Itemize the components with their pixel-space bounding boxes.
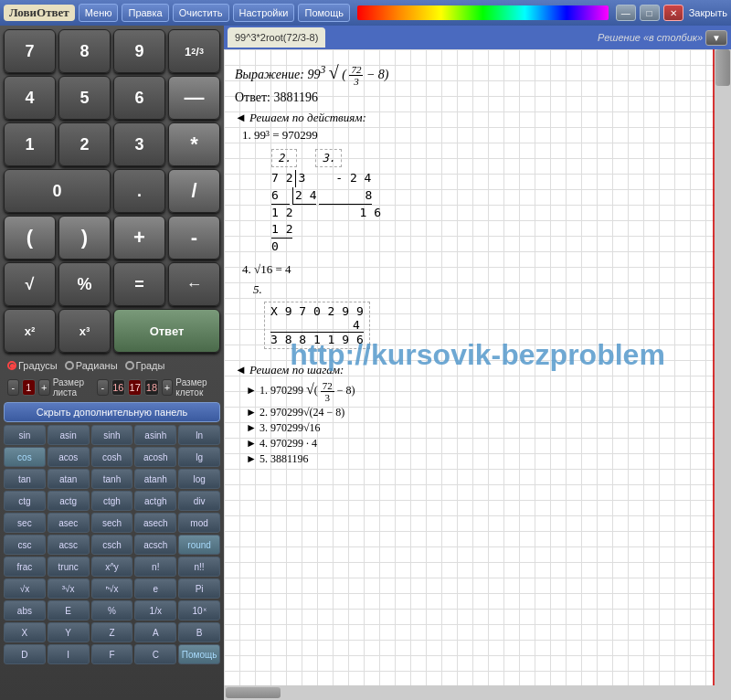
func-I[interactable]: I: [48, 644, 90, 664]
func-mod[interactable]: mod: [178, 513, 220, 533]
minimize-button[interactable]: —: [616, 5, 636, 21]
btn-1[interactable]: 1: [4, 122, 56, 166]
maximize-button[interactable]: □: [640, 5, 660, 21]
btn-percent[interactable]: %: [58, 262, 111, 306]
func-log[interactable]: log: [178, 469, 220, 489]
func-F[interactable]: F: [91, 644, 133, 664]
func-inv[interactable]: 1/x: [134, 600, 176, 620]
func-X[interactable]: X: [4, 622, 46, 642]
help-button[interactable]: Помощь: [298, 4, 350, 22]
btn-6[interactable]: 6: [113, 76, 165, 120]
main-tab[interactable]: 99^3*2root(72/3-8): [228, 27, 325, 48]
func-Z[interactable]: Z: [91, 622, 133, 642]
btn-x3[interactable]: x³: [58, 309, 111, 353]
func-atan[interactable]: atan: [48, 469, 90, 489]
func-ctgh[interactable]: ctgh: [91, 491, 133, 511]
radians-option[interactable]: Радианы: [65, 360, 118, 371]
cell-plus-btn[interactable]: +: [162, 379, 174, 396]
degrees-option[interactable]: Градусы: [7, 360, 58, 371]
hide-panel-button[interactable]: Скрыть дополнительную панель: [4, 402, 220, 422]
btn-sqrt[interactable]: √: [4, 262, 56, 306]
func-sin[interactable]: sin: [4, 425, 46, 445]
func-trunc[interactable]: trunc: [48, 557, 90, 577]
func-lg[interactable]: lg: [178, 447, 220, 467]
func-B[interactable]: B: [178, 622, 220, 642]
func-fact[interactable]: n!: [134, 557, 176, 577]
func-C[interactable]: C: [134, 644, 176, 664]
func-actg[interactable]: actg: [48, 491, 90, 511]
func-csc[interactable]: csc: [4, 535, 46, 555]
func-ln[interactable]: ln: [178, 425, 220, 445]
func-frac[interactable]: frac: [4, 557, 46, 577]
func-asec[interactable]: asec: [48, 513, 90, 533]
btn-minus[interactable]: -: [168, 216, 220, 260]
func-acsc[interactable]: acsc: [48, 535, 90, 555]
func-acsch[interactable]: acsch: [134, 535, 176, 555]
bottom-scrollbar[interactable]: [224, 685, 731, 700]
btn-dot[interactable]: .: [113, 169, 165, 213]
edit-button[interactable]: Правка: [122, 4, 168, 22]
func-sech[interactable]: sech: [91, 513, 133, 533]
func-abs[interactable]: abs: [4, 600, 46, 620]
radians-radio[interactable]: [65, 361, 74, 370]
scroll-area[interactable]: [715, 49, 731, 685]
cell-minus-btn[interactable]: -: [97, 379, 109, 396]
btn-9[interactable]: 9: [113, 29, 165, 73]
func-atanh[interactable]: atanh: [134, 469, 176, 489]
func-D[interactable]: D: [4, 644, 46, 664]
func-xpowy[interactable]: x^y: [91, 557, 133, 577]
btn-4[interactable]: 4: [4, 76, 56, 120]
btn-plus[interactable]: +: [113, 216, 165, 260]
func-acos[interactable]: acos: [48, 447, 90, 467]
func-dfact[interactable]: n!!: [178, 557, 220, 577]
grads-option[interactable]: Грады: [125, 360, 165, 371]
func-acosh[interactable]: acosh: [134, 447, 176, 467]
func-pct[interactable]: %: [91, 600, 133, 620]
settings-button[interactable]: Настройки: [233, 4, 295, 22]
menu-button[interactable]: Меню: [79, 4, 119, 22]
func-div[interactable]: div: [178, 491, 220, 511]
btn-equals[interactable]: =: [113, 262, 165, 306]
clear-button[interactable]: Очистить: [173, 4, 229, 22]
func-A[interactable]: A: [134, 622, 176, 642]
func-sqrtx[interactable]: √x: [4, 578, 46, 599]
func-sinh[interactable]: sinh: [91, 425, 133, 445]
func-Y[interactable]: Y: [48, 622, 90, 642]
sheet-minus-btn[interactable]: -: [7, 379, 19, 396]
func-pi[interactable]: Pi: [178, 578, 220, 599]
btn-5[interactable]: 5: [58, 76, 111, 120]
func-tan[interactable]: tan: [4, 469, 46, 489]
solution-dropdown-btn[interactable]: ▼: [705, 30, 727, 46]
func-bigE[interactable]: E: [48, 600, 90, 620]
btn-mul[interactable]: *: [168, 122, 220, 166]
func-tanh[interactable]: tanh: [91, 469, 133, 489]
btn-answer[interactable]: Ответ: [113, 309, 220, 353]
btn-x2[interactable]: x²: [4, 309, 56, 353]
func-nrtx[interactable]: ⁿ√x: [91, 578, 133, 599]
func-ctg[interactable]: ctg: [4, 491, 46, 511]
btn-mixed[interactable]: 12/3: [168, 29, 220, 73]
func-asinh[interactable]: asinh: [134, 425, 176, 445]
func-asech[interactable]: asech: [134, 513, 176, 533]
btn-0[interactable]: 0: [4, 169, 111, 213]
btn-3[interactable]: 3: [113, 122, 165, 166]
func-help[interactable]: Помощь: [178, 644, 220, 664]
func-cbrtx[interactable]: ³√x: [48, 578, 90, 599]
bottom-scroll-thumb[interactable]: [226, 687, 281, 698]
btn-rparen[interactable]: ): [58, 216, 111, 260]
btn-7[interactable]: 7: [4, 29, 56, 73]
btn-2[interactable]: 2: [58, 122, 111, 166]
sheet-plus-btn[interactable]: +: [38, 379, 50, 396]
func-e[interactable]: e: [134, 578, 176, 599]
func-csch[interactable]: csch: [91, 535, 133, 555]
func-10x[interactable]: 10ˣ: [178, 600, 220, 620]
degrees-radio[interactable]: [7, 361, 16, 370]
close-button[interactable]: ✕: [663, 5, 683, 21]
func-actgh[interactable]: actgh: [134, 491, 176, 511]
grads-radio[interactable]: [125, 361, 134, 370]
btn-backspace[interactable]: ←: [168, 262, 220, 306]
func-cosh[interactable]: cosh: [91, 447, 133, 467]
scroll-thumb[interactable]: [715, 49, 730, 86]
func-cos[interactable]: cos: [4, 447, 46, 467]
btn-lparen[interactable]: (: [4, 216, 56, 260]
